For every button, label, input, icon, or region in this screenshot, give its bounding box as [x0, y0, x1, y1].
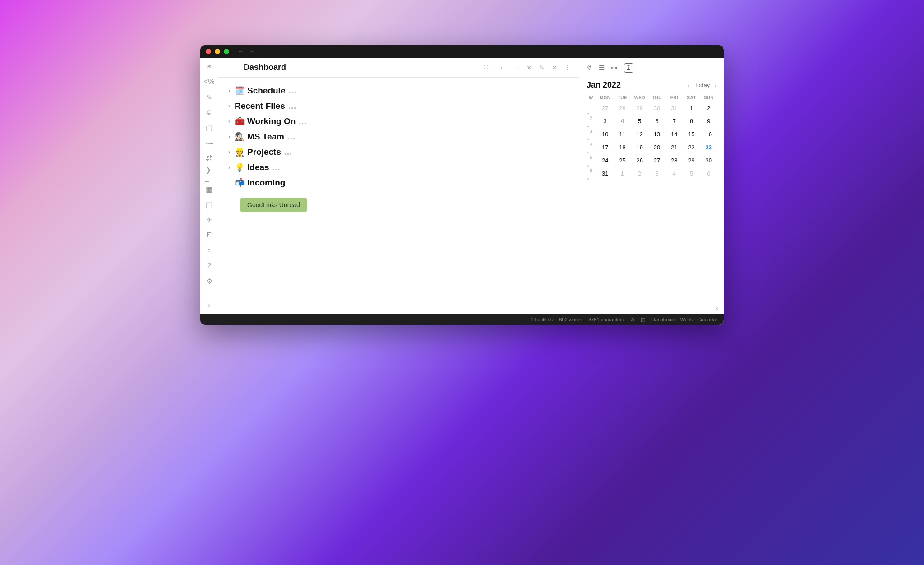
calendar-day[interactable]: 17 [597, 142, 613, 153]
calendar-day[interactable]: 21 [666, 142, 682, 153]
status-check-icon[interactable]: ⊘ [630, 317, 634, 323]
compass-icon[interactable]: ✶ [205, 62, 213, 70]
calendar-day[interactable]: 1 [614, 168, 630, 179]
calendar-day[interactable]: 24 [597, 155, 613, 166]
pencil-icon[interactable]: ✎ [205, 93, 213, 101]
calendar-day[interactable]: 3 [597, 116, 613, 126]
calendar-day[interactable]: 11 [614, 129, 630, 139]
calendar-day[interactable]: 29 [632, 103, 647, 113]
chevron-right-icon[interactable]: › [226, 103, 232, 109]
chevron-right-icon[interactable]: › [226, 164, 232, 171]
calendar-day[interactable]: 30 [649, 103, 665, 113]
calendar-day[interactable]: 3 [649, 168, 665, 179]
status-backlinks[interactable]: 1 backlink [531, 317, 553, 322]
calendar-day[interactable]: 9 [701, 116, 716, 126]
outline-item[interactable]: ›🗓️Schedule … [226, 83, 571, 98]
code-snippet-icon[interactable]: <% [205, 78, 213, 86]
calendar-day[interactable]: 18 [614, 142, 630, 153]
calendar-day[interactable]: 5 [684, 168, 699, 179]
outline-item[interactable]: ›💡Ideas … [226, 160, 571, 175]
outline-item[interactable]: ›Recent Files … [226, 98, 571, 114]
calendar-day[interactable]: 31 [666, 103, 682, 113]
calendar-day[interactable]: 25 [614, 155, 630, 166]
calendar-day[interactable]: 28 [666, 155, 682, 166]
more-menu-icon[interactable]: ⋮ [564, 64, 571, 71]
calendar-day[interactable]: 29 [684, 155, 699, 166]
outline-label: Schedule [247, 86, 285, 96]
chevron-right-icon[interactable]: › [226, 149, 232, 155]
goodlinks-unread-button[interactable]: GoodLinks Unread [240, 198, 307, 212]
status-breadcrumb[interactable]: Dashboard - Week - Calendar [651, 317, 717, 322]
calendar-day[interactable]: 28 [614, 103, 630, 113]
calendar-day[interactable]: 23 [701, 142, 716, 153]
calendar-day[interactable]: 6 [701, 168, 716, 179]
graph-icon[interactable]: ⊶ [205, 139, 213, 147]
editor-content[interactable]: ›🗓️Schedule …›Recent Files …›🧰Working On… [218, 78, 579, 314]
document-icon[interactable]: ▢ [205, 124, 213, 132]
calendar-mode-icon[interactable]: 🗓︎ [624, 63, 633, 73]
calendar-day[interactable]: 13 [649, 129, 665, 139]
help-icon[interactable]: ? [205, 262, 213, 270]
calendar-day[interactable]: 14 [666, 129, 682, 139]
code-toggle-icon[interactable]: 〈〉 [480, 64, 492, 72]
calendar-day[interactable]: 8 [684, 116, 699, 126]
gear-icon[interactable]: ⚙ [205, 277, 213, 285]
outline-item[interactable]: ›🧰Working On … [226, 114, 571, 129]
chevron-right-icon[interactable]: › [226, 134, 232, 140]
calendar-day[interactable]: 26 [632, 155, 647, 166]
calendar-day[interactable]: 10 [597, 129, 613, 139]
calendar-day[interactable]: 1 [684, 103, 699, 113]
close-window-icon[interactable] [206, 49, 211, 54]
close-tab-icon[interactable]: ✕ [527, 64, 532, 71]
calendar-day[interactable]: 30 [701, 155, 716, 166]
calendar-prev-icon[interactable]: ‹ [688, 82, 690, 89]
calendar-day[interactable]: 20 [649, 142, 665, 153]
calendar-next-icon[interactable]: › [714, 82, 716, 89]
fullscreen-window-icon[interactable] [224, 49, 229, 54]
calendar-day[interactable]: 7 [666, 116, 682, 126]
calendar-dow-header: TUE [614, 95, 630, 100]
calendar-day[interactable]: 6 [649, 116, 665, 126]
list-mode-icon[interactable]: ☰ [599, 64, 605, 72]
history-forward-icon[interactable]: → [250, 48, 255, 55]
calendar-day[interactable]: 31 [597, 168, 613, 179]
collapse-panel-icon[interactable]: ‹ [716, 304, 718, 311]
split-view-icon[interactable]: ◫ [205, 200, 213, 208]
chevron-right-icon[interactable]: › [226, 118, 232, 125]
calendar-icon[interactable]: 🗓︎ [205, 231, 213, 239]
minimize-window-icon[interactable] [215, 49, 220, 54]
grid-icon[interactable]: ▦ [205, 185, 213, 193]
outline-item[interactable]: 📬Incoming [226, 175, 571, 190]
calendar-day[interactable]: 16 [701, 129, 716, 139]
expand-rail-icon[interactable]: › [205, 301, 213, 310]
forward-icon[interactable]: → [513, 64, 519, 71]
back-icon[interactable]: ← [499, 64, 506, 71]
calendar-today-button[interactable]: Today [694, 82, 710, 88]
chevron-right-icon[interactable]: › [226, 88, 232, 94]
location-icon[interactable]: ⌖ [205, 246, 213, 255]
outline-item[interactable]: ›👷Projects … [226, 144, 571, 160]
link-mode-icon[interactable]: ↯ [587, 64, 592, 72]
calendar-day[interactable]: 15 [684, 129, 699, 139]
outline-item[interactable]: ›🕵🏻MS Team … [226, 129, 571, 144]
status-layout-icon[interactable]: ◫ [641, 317, 645, 323]
edit-icon[interactable]: ✎ [539, 64, 545, 71]
history-back-icon[interactable]: ← [238, 48, 244, 55]
graph-mode-icon[interactable]: ⊶ [611, 64, 618, 72]
send-icon[interactable]: ✈ [205, 216, 213, 224]
app-window: ← → ✶ <% ✎ ☺ ▢ ⊶ ⿻ ❯_ ▦ ◫ ✈ 🗓︎ ⌖ ? ⚙ › [200, 45, 724, 325]
calendar-day[interactable]: 22 [684, 142, 699, 153]
copy-icon[interactable]: ⿻ [205, 154, 213, 162]
calendar-day[interactable]: 12 [632, 129, 647, 139]
calendar-day[interactable]: 2 [701, 103, 716, 113]
calendar-day[interactable]: 5 [632, 116, 647, 126]
calendar-day[interactable]: 27 [649, 155, 665, 166]
calendar-day[interactable]: 27 [597, 103, 613, 113]
emoji-icon[interactable]: ☺ [205, 108, 213, 116]
close-icon[interactable]: ✕ [552, 64, 557, 71]
calendar-day[interactable]: 19 [632, 142, 647, 153]
calendar-day[interactable]: 4 [614, 116, 630, 126]
calendar-day[interactable]: 4 [666, 168, 682, 179]
terminal-icon[interactable]: ❯_ [205, 170, 213, 178]
calendar-day[interactable]: 2 [632, 168, 647, 179]
